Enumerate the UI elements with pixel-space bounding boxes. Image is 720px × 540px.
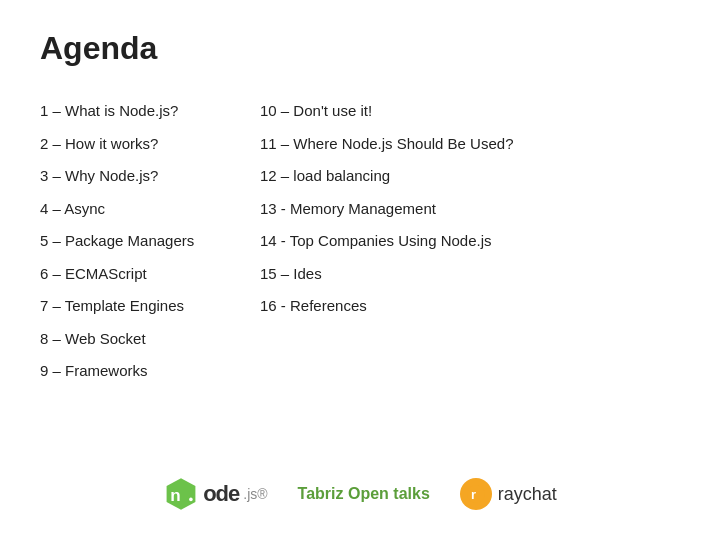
list-item: 10 – Don't use it!	[260, 95, 680, 128]
list-item: 15 – Ides	[260, 258, 680, 291]
list-item: 13 - Memory Management	[260, 193, 680, 226]
nodejs-text-label: ode	[203, 481, 239, 507]
svg-text:r: r	[471, 487, 476, 502]
page-title: Agenda	[40, 30, 680, 67]
list-item: 4 – Async	[40, 193, 260, 226]
nodejs-io-label: .js®	[243, 486, 267, 502]
left-column: 1 – What is Node.js? 2 – How it works? 3…	[40, 95, 260, 388]
right-column: 10 – Don't use it! 11 – Where Node.js Sh…	[260, 95, 680, 388]
list-item: 9 – Frameworks	[40, 355, 260, 388]
list-item: 1 – What is Node.js?	[40, 95, 260, 128]
raychat-text-label: raychat	[498, 484, 557, 505]
raychat-logo: r raychat	[460, 478, 557, 510]
nodejs-icon: n	[163, 476, 199, 512]
svg-text:n: n	[170, 486, 180, 505]
list-item: 11 – Where Node.js Should Be Used?	[260, 128, 680, 161]
list-item: 7 – Template Engines	[40, 290, 260, 323]
raychat-icon: r	[460, 478, 492, 510]
list-item: 16 - References	[260, 290, 680, 323]
event-label: Tabriz Open talks	[298, 485, 430, 503]
list-item: 8 – Web Socket	[40, 323, 260, 356]
footer: n ode .js® Tabriz Open talks r raychat	[0, 476, 720, 512]
agenda-grid: 1 – What is Node.js? 2 – How it works? 3…	[40, 95, 680, 388]
list-item: 6 – ECMAScript	[40, 258, 260, 291]
nodejs-logo: n ode .js®	[163, 476, 267, 512]
list-item: 5 – Package Managers	[40, 225, 260, 258]
list-item: 14 - Top Companies Using Node.js	[260, 225, 680, 258]
list-item: 2 – How it works?	[40, 128, 260, 161]
slide: Agenda 1 – What is Node.js? 2 – How it w…	[0, 0, 720, 540]
svg-point-2	[189, 498, 193, 502]
list-item: 3 – Why Node.js?	[40, 160, 260, 193]
list-item: 12 – load balancing	[260, 160, 680, 193]
